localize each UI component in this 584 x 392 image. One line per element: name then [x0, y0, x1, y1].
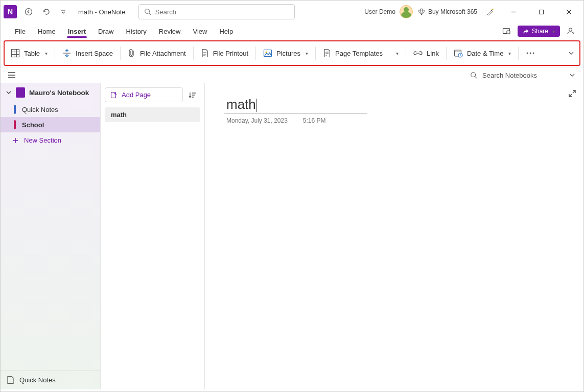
- note-title-text: math: [226, 97, 256, 112]
- new-section-label: New Section: [24, 136, 61, 144]
- sort-icon: [188, 91, 196, 99]
- calendar-clock-icon: [454, 49, 463, 58]
- document-icon: [201, 49, 209, 58]
- pen-tool-button[interactable]: [482, 4, 498, 19]
- menu-review[interactable]: Review: [153, 26, 187, 37]
- menu-help[interactable]: Help: [213, 26, 239, 37]
- diamond-icon: [418, 8, 425, 15]
- notebook-selector[interactable]: Mauro's Notebook: [1, 83, 100, 102]
- search-icon: [470, 72, 477, 79]
- section-item[interactable]: Quick Notes: [1, 102, 100, 117]
- present-button[interactable]: [499, 24, 513, 38]
- avatar-icon: [400, 5, 413, 18]
- notebook-icon: [16, 87, 25, 98]
- link-icon: [413, 50, 423, 57]
- buy-microsoft-365-link[interactable]: Buy Microsoft 365: [418, 8, 477, 15]
- ribbon-table-button[interactable]: Table ▾: [9, 48, 50, 59]
- menu-file[interactable]: File: [9, 26, 32, 37]
- ellipsis-icon: [526, 52, 535, 55]
- page-template-icon: [323, 49, 331, 58]
- svg-point-1: [145, 9, 150, 14]
- ribbon-page-templates-label: Page Templates: [335, 50, 383, 57]
- note-metadata: Monday, July 31, 2023 5:16 PM: [226, 117, 573, 124]
- ribbon-file-attachment-button[interactable]: File Attachment: [126, 48, 188, 59]
- back-arrow-icon: [25, 8, 33, 16]
- svg-rect-4: [507, 31, 510, 34]
- window-close-button[interactable]: [558, 4, 580, 19]
- svg-point-12: [527, 53, 528, 54]
- insert-ribbon: Table ▾ Insert Space File Attachment Fil…: [4, 40, 580, 66]
- chevron-down-icon: ▾: [306, 51, 308, 56]
- ribbon-date-time-label: Date & Time: [467, 50, 504, 57]
- separator: [518, 47, 519, 60]
- global-search[interactable]: [138, 4, 295, 19]
- svg-point-9: [266, 52, 267, 53]
- add-page-button[interactable]: Add Page: [105, 87, 183, 102]
- svg-point-13: [530, 53, 531, 54]
- separator: [120, 47, 121, 60]
- menu-draw[interactable]: Draw: [92, 26, 120, 37]
- back-button[interactable]: [21, 4, 36, 19]
- body: Mauro's Notebook Quick NotesSchool New S…: [1, 83, 583, 389]
- section-item[interactable]: School: [1, 117, 100, 132]
- ribbon-more-button[interactable]: [524, 51, 537, 56]
- chevron-down-icon: ▾: [45, 51, 48, 56]
- share-button[interactable]: Share ▾: [518, 26, 560, 37]
- menu-view[interactable]: View: [186, 26, 213, 37]
- fullscreen-button[interactable]: [568, 89, 576, 98]
- window-maximize-button[interactable]: [530, 4, 553, 19]
- notebooks-search-placeholder: Search Notebooks: [482, 72, 564, 79]
- minimize-icon: [511, 9, 517, 15]
- window-title: math - OneNote: [78, 8, 126, 16]
- svg-point-15: [471, 73, 476, 77]
- sort-pages-button[interactable]: [188, 91, 200, 99]
- collapse-ribbon-button[interactable]: [568, 50, 574, 56]
- page-item[interactable]: math: [105, 107, 200, 122]
- note-title-input[interactable]: math: [224, 94, 367, 114]
- svg-point-5: [569, 28, 572, 31]
- menu-insert[interactable]: Insert: [62, 26, 92, 37]
- ribbon-page-templates-button[interactable]: Page Templates ▾: [321, 48, 401, 59]
- quick-notes-footer-label: Quick Notes: [19, 376, 56, 384]
- ribbon-pictures-button[interactable]: Pictures ▾: [261, 48, 310, 58]
- account-manager-button[interactable]: [564, 24, 578, 38]
- undo-button[interactable]: [38, 4, 54, 19]
- undo-icon: [42, 8, 50, 16]
- section-color-chip: [14, 120, 16, 129]
- quick-notes-footer-button[interactable]: Quick Notes: [1, 370, 100, 389]
- sidebar: Mauro's Notebook Quick NotesSchool New S…: [1, 83, 101, 389]
- svg-rect-7: [12, 50, 19, 57]
- note-date: Monday, July 31, 2023: [226, 117, 288, 124]
- ribbon-file-printout-button[interactable]: File Printout: [199, 48, 250, 59]
- user-name: User Demo: [364, 8, 395, 15]
- plus-icon: [12, 137, 19, 144]
- secondary-bar: Search Notebooks: [1, 67, 583, 83]
- user-account[interactable]: User Demo: [364, 5, 413, 18]
- global-search-input[interactable]: [155, 8, 289, 16]
- app-logo-icon: N: [4, 5, 17, 18]
- chevron-down-icon: [6, 89, 12, 96]
- share-label: Share: [532, 28, 548, 35]
- ribbon-insert-space-label: Insert Space: [76, 50, 113, 57]
- note-canvas[interactable]: math Monday, July 31, 2023 5:16 PM: [205, 83, 583, 389]
- chevron-down-icon: [568, 50, 574, 56]
- add-page-icon: [110, 91, 118, 99]
- ribbon-link-label: Link: [427, 50, 439, 57]
- section-label: School: [22, 121, 44, 129]
- separator: [446, 47, 447, 60]
- ribbon-link-button[interactable]: Link: [411, 49, 441, 58]
- titlebar: N math - OneNote User Demo Buy Microsoft…: [1, 1, 583, 23]
- new-section-button[interactable]: New Section: [1, 132, 100, 148]
- section-color-chip: [14, 105, 16, 114]
- svg-point-14: [533, 53, 534, 54]
- menu-home[interactable]: Home: [32, 26, 62, 37]
- notebooks-search[interactable]: Search Notebooks: [467, 71, 578, 80]
- window-minimize-button[interactable]: [503, 4, 525, 19]
- ribbon-date-time-button[interactable]: Date & Time ▾: [452, 48, 513, 59]
- navigation-toggle-button[interactable]: [4, 72, 20, 79]
- separator: [55, 47, 55, 60]
- qat-customize-button[interactable]: [56, 4, 71, 19]
- menu-history[interactable]: History: [120, 26, 152, 37]
- ribbon-insert-space-button[interactable]: Insert Space: [60, 48, 115, 59]
- chevron-down-icon: ▾: [552, 29, 555, 34]
